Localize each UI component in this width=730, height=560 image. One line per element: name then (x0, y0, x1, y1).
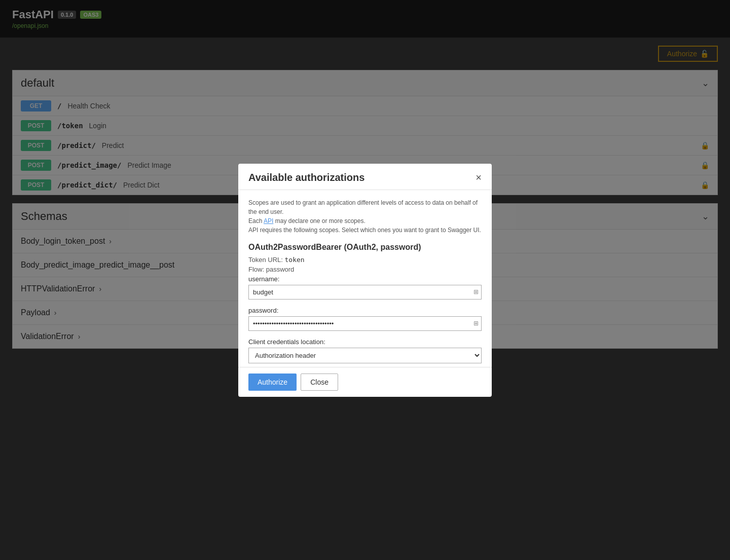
password-label: password: (248, 307, 482, 314)
desc-line2: Each API may declare one or more scopes. (248, 217, 366, 225)
modal-description: Scopes are used to grant an application … (248, 198, 482, 235)
username-group: username: ⊞ (248, 275, 482, 300)
modal-authorize-button[interactable]: Authorize (248, 374, 297, 391)
modal-body: Scopes are used to grant an application … (238, 190, 492, 367)
oauth-section-title: OAuth2PasswordBearer (OAuth2, password) (248, 243, 482, 252)
username-input-wrapper: ⊞ (248, 285, 482, 300)
credentials-select[interactable]: Authorization header Request body (248, 348, 482, 363)
flow-value: password (266, 266, 295, 273)
password-input[interactable] (248, 316, 482, 331)
token-url-value: token (285, 256, 305, 264)
token-url-label: Token URL: (248, 256, 283, 264)
modal-title: Available authorizations (248, 172, 364, 183)
page-wrapper: FastAPI 0.1.0 OAS3 /openapi.json Authori… (0, 0, 730, 560)
input-icon: ⊞ (473, 320, 479, 327)
username-label: username: (248, 275, 482, 283)
username-input[interactable] (248, 285, 482, 300)
desc-line3: API requires the following scopes. Selec… (248, 227, 481, 234)
modal-close-btn[interactable]: Close (301, 374, 338, 391)
credentials-label: Client credentials location: (248, 338, 482, 346)
auth-modal: Available authorizations × Scopes are us… (238, 164, 492, 397)
input-icon: ⊞ (473, 288, 479, 295)
api-link[interactable]: API (264, 217, 273, 225)
credentials-location-group: Client credentials location: Authorizati… (248, 338, 482, 363)
oauth-flow: Flow: password (248, 266, 482, 273)
modal-close-button[interactable]: × (476, 172, 482, 182)
password-input-wrapper: ⊞ (248, 316, 482, 331)
flow-label: Flow: (248, 266, 264, 273)
modal-footer: Authorize Close (238, 367, 492, 397)
modal-header: Available authorizations × (238, 164, 492, 190)
password-group: password: ⊞ (248, 307, 482, 331)
desc-line1: Scopes are used to grant an application … (248, 199, 478, 215)
modal-overlay[interactable]: Available authorizations × Scopes are us… (0, 0, 730, 560)
oauth-token-url: Token URL: token (248, 256, 482, 264)
